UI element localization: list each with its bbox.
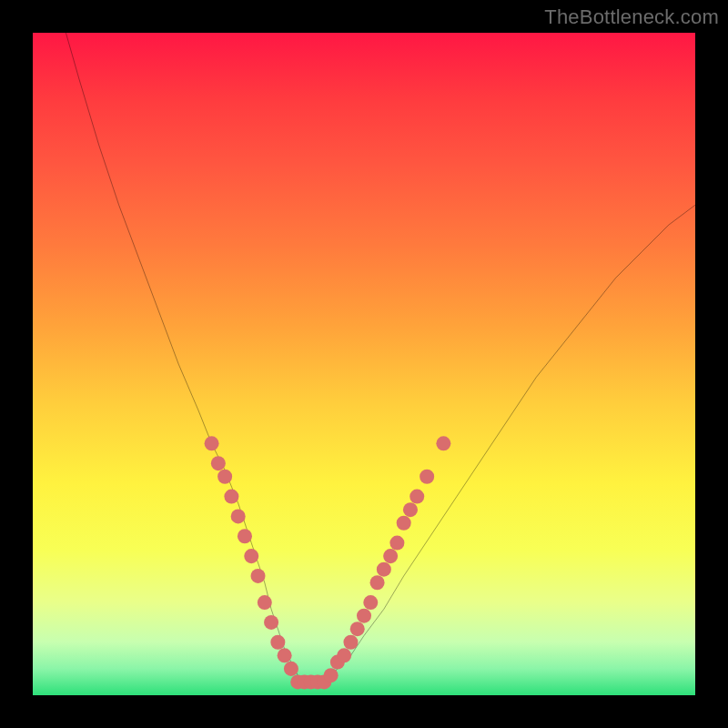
highlight-point — [270, 635, 285, 650]
highlight-point — [324, 668, 339, 682]
highlight-point — [377, 562, 391, 577]
bottleneck-chart-svg — [33, 33, 695, 695]
highlight-point — [251, 569, 266, 583]
highlight-point — [397, 516, 411, 531]
highlight-point — [244, 549, 258, 563]
highlight-point — [264, 615, 278, 630]
highlight-point — [278, 648, 292, 662]
highlight-point — [258, 595, 272, 610]
highlight-point — [211, 456, 226, 470]
highlight-point — [389, 536, 404, 551]
highlight-point — [217, 470, 232, 484]
highlight-point — [224, 490, 238, 504]
highlight-point — [363, 595, 378, 610]
highlight-point — [410, 490, 424, 504]
highlight-point — [436, 436, 450, 450]
highlight-point — [231, 509, 246, 523]
highlight-point — [350, 622, 365, 636]
highlight-point — [357, 609, 371, 623]
highlight-point — [383, 549, 398, 563]
highlight-point — [403, 502, 418, 517]
watermark-text: TheBottleneck.com — [544, 5, 719, 29]
highlight-point — [205, 436, 219, 450]
highlight-point — [337, 648, 351, 662]
highlight-point — [343, 635, 358, 650]
highlight-point — [284, 662, 298, 676]
chart-frame: TheBottleneck.com — [0, 0, 728, 728]
highlight-point — [238, 529, 252, 543]
highlight-markers — [205, 436, 451, 689]
highlight-point — [420, 470, 434, 484]
highlight-point — [370, 575, 385, 590]
plot-area — [33, 33, 695, 695]
